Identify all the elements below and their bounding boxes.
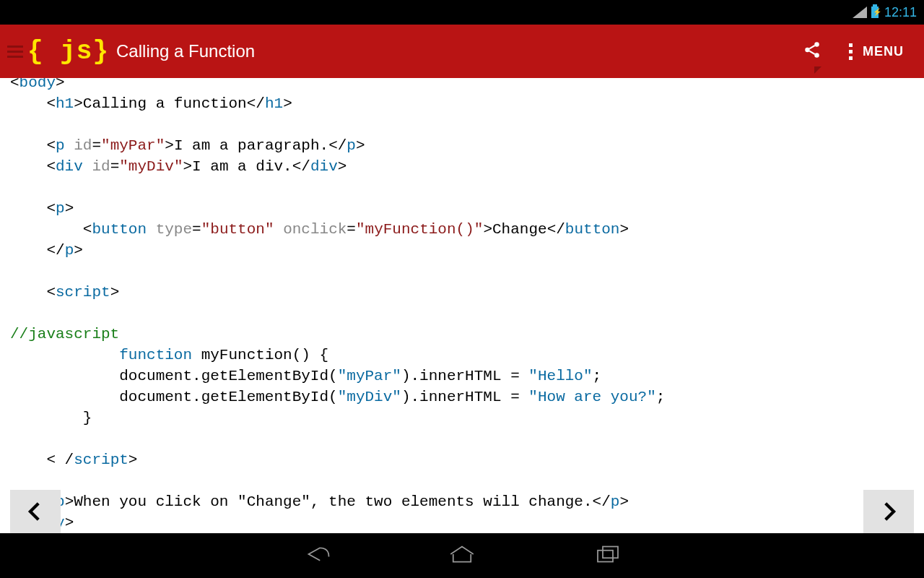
svg-rect-3 (598, 551, 613, 562)
home-icon (447, 543, 477, 566)
home-button[interactable] (447, 543, 477, 569)
share-icon (803, 40, 821, 62)
svg-point-0 (814, 42, 819, 46)
battery-icon: ⚡ (871, 7, 879, 18)
signal-icon (853, 7, 867, 18)
svg-point-1 (805, 48, 810, 53)
recent-apps-button[interactable] (593, 543, 623, 569)
status-icons: ⚡ (853, 7, 879, 18)
hamburger-icon[interactable] (7, 46, 23, 58)
next-button[interactable] (863, 490, 914, 533)
app-bar: { js} Calling a Function MENU (0, 25, 924, 78)
svg-point-2 (814, 53, 819, 58)
recent-apps-icon (593, 543, 623, 566)
page-title: Calling a Function (116, 41, 255, 61)
back-icon (301, 543, 331, 566)
app-logo: { js} (27, 37, 109, 66)
spinner-indicator-icon (814, 66, 821, 74)
code-example: <body> <h1>Calling a function</h1> <p id… (10, 78, 914, 533)
content-area[interactable]: <body> <h1>Calling a function</h1> <p id… (0, 78, 924, 533)
kebab-icon (849, 43, 853, 60)
android-status-bar: ⚡ 12:11 (0, 0, 924, 25)
chevron-left-icon (23, 499, 48, 524)
chevron-right-icon (876, 499, 901, 524)
menu-label: MENU (863, 44, 904, 59)
android-nav-bar (0, 533, 924, 578)
prev-button[interactable] (10, 490, 61, 533)
share-button[interactable] (803, 40, 829, 62)
status-time: 12:11 (884, 5, 917, 20)
back-button[interactable] (301, 543, 331, 569)
svg-rect-4 (603, 547, 618, 558)
menu-button[interactable]: MENU (849, 43, 904, 60)
